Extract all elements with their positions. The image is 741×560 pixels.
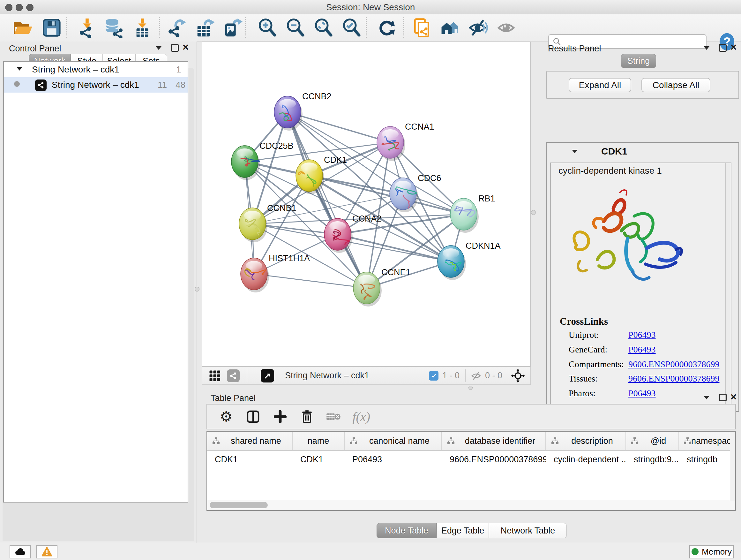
table-vertical-scrollbar[interactable] (730, 432, 735, 501)
import-network-file-button[interactable] (77, 17, 97, 38)
column-header-shared-name[interactable]: shared name (207, 432, 293, 450)
network-node-CCNE1[interactable]: CCNE1 (353, 267, 411, 307)
first-neighbors-button[interactable] (441, 17, 461, 38)
birds-eye-view-icon[interactable] (209, 370, 220, 381)
double-house-icon (441, 18, 461, 37)
cell-database-identifier[interactable]: 9606.ENSP00000378699 (442, 451, 546, 468)
window-close-button[interactable] (5, 4, 12, 11)
show-all-button[interactable] (496, 17, 517, 38)
crosslink-value-link[interactable]: 9606.ENSP00000378699 (628, 359, 719, 369)
left-splitter-handle[interactable] (195, 287, 199, 292)
tab-node-table[interactable]: Node Table (377, 523, 436, 538)
import-network-from-database-button[interactable] (104, 17, 124, 38)
table-panel-maximize-icon[interactable] (719, 394, 727, 401)
column-header-namespace[interactable]: namespace (679, 432, 735, 450)
zoom-out-button[interactable] (285, 17, 306, 38)
memory-button[interactable]: Memory (689, 545, 734, 558)
open-folder-icon (13, 19, 33, 37)
column-header-canonical-name[interactable]: canonical name (345, 432, 442, 450)
crosslink-value-link[interactable]: 9606.ENSP00000378699 (628, 374, 719, 384)
collapse-all-button[interactable]: Collapse All (642, 78, 711, 92)
add-column-icon[interactable] (274, 410, 286, 423)
crosslink-row: Compartments: 9606.ENSP00000378699 (551, 359, 731, 374)
expand-all-button[interactable]: Expand All (569, 78, 631, 92)
results-scrollbar[interactable] (725, 163, 731, 408)
import-table-button[interactable] (132, 17, 153, 38)
export-table-button[interactable] (195, 17, 215, 38)
cell-description[interactable]: cyclin-dependent ... (546, 451, 626, 468)
floppy-disk-icon (43, 18, 61, 37)
warnings-button[interactable] (37, 545, 57, 558)
tab-edge-table[interactable]: Edge Table (436, 523, 489, 538)
center-view-icon[interactable] (511, 368, 525, 383)
tab-network-table[interactable]: Network Table (489, 523, 567, 538)
window-minimize-button[interactable] (16, 4, 23, 11)
network-collection-row[interactable]: String Network – cdk1 1 (4, 62, 188, 77)
delete-column-icon[interactable] (300, 410, 313, 423)
cell-id[interactable]: stringdb:9... (626, 451, 679, 468)
bottom-splitter-handle[interactable] (468, 386, 473, 390)
show-columns-icon[interactable] (246, 410, 260, 423)
open-in-window-icon[interactable] (261, 369, 274, 382)
zoom-in-button[interactable] (257, 17, 278, 38)
network-node-HIST1H1A[interactable]: HIST1H1A (241, 253, 310, 293)
network-node-CDC25B[interactable]: CDC25B (231, 141, 293, 180)
node-label-RB1: RB1 (478, 194, 495, 203)
network-node-CCNB2[interactable]: CCNB2 (274, 91, 332, 131)
crosslink-value-link[interactable]: P06493 (628, 330, 656, 340)
column-header-id[interactable]: @id (626, 432, 679, 450)
export-network-button[interactable] (166, 17, 187, 38)
save-session-button[interactable] (42, 17, 62, 38)
crosslink-value-link[interactable]: P06493 (628, 345, 656, 355)
table-row[interactable]: CDK1 CDK1 P06493 9606.ENSP00000378699 cy… (207, 451, 735, 468)
right-splitter-handle[interactable] (531, 210, 536, 215)
table-horizontal-scrollbar[interactable] (207, 500, 735, 510)
network-node-RB1[interactable]: RB1 (450, 194, 495, 233)
cell-name[interactable]: CDK1 (293, 451, 345, 468)
export-network-icon (167, 18, 187, 38)
results-panel-maximize-icon[interactable] (719, 44, 727, 52)
column-header-database-identifier[interactable]: database identifier (442, 432, 546, 450)
hide-selected-button[interactable] (468, 17, 489, 38)
zoom-selected-button[interactable] (341, 17, 362, 38)
node-label-CCNB2: CCNB2 (302, 91, 332, 101)
scrollbar-thumb[interactable] (210, 502, 268, 508)
cell-shared-name[interactable]: CDK1 (207, 451, 293, 468)
open-session-button[interactable] (13, 17, 33, 38)
control-panel-maximize-icon[interactable] (171, 44, 179, 52)
cloud-status-button[interactable] (10, 545, 30, 558)
network-edge-CCNB2-CCNA1[interactable] (287, 112, 390, 142)
control-panel-float-icon[interactable] (156, 46, 161, 50)
control-panel: Control Panel × Network Style Select Set… (0, 42, 197, 543)
eye-icon (497, 18, 517, 37)
network-canvas[interactable]: CCNB2CCNA1CDC25BCDK1CDC6RB1CCNB1CCNA2CDK… (202, 42, 531, 367)
column-header-name[interactable]: name (293, 432, 345, 450)
shared-column-icon (684, 437, 691, 444)
zoom-out-icon (286, 18, 306, 38)
node-table: shared name name canonical name database… (206, 431, 736, 511)
zoom-fit-button[interactable] (313, 17, 334, 38)
tab-string[interactable]: String (621, 54, 656, 68)
results-panel-float-icon[interactable] (704, 46, 710, 50)
network-node-CDKN1A[interactable]: CDKN1A (437, 241, 501, 280)
gene-symbol: CDK1 (601, 146, 627, 157)
table-panel-close-icon[interactable]: × (731, 393, 737, 401)
table-options-gear-icon[interactable]: ⚙ (220, 410, 232, 424)
network-row[interactable]: String Network – cdk1 11 48 (4, 77, 188, 92)
apply-layout-button[interactable] (377, 17, 397, 38)
control-panel-close-icon[interactable]: × (183, 44, 189, 51)
gene-section-collapse-icon[interactable] (572, 150, 578, 153)
selected-checkbox-icon[interactable] (429, 371, 439, 381)
network-edge-HIST1H1A-CCNE1[interactable] (254, 274, 367, 288)
cell-namespace[interactable]: stringdb (679, 451, 735, 468)
results-panel-close-icon[interactable]: × (731, 44, 737, 51)
network-node-CCNA1[interactable]: CCNA1 (377, 122, 434, 161)
column-header-description[interactable]: description (546, 432, 626, 450)
export-image-button[interactable] (222, 17, 243, 38)
table-panel-float-icon[interactable] (704, 396, 710, 399)
duplicate-network-button[interactable] (412, 17, 433, 38)
cell-canonical-name[interactable]: P06493 (345, 451, 442, 468)
collection-expand-icon[interactable] (17, 67, 22, 71)
network-share-icon[interactable] (227, 369, 240, 382)
window-zoom-button[interactable] (26, 4, 33, 11)
